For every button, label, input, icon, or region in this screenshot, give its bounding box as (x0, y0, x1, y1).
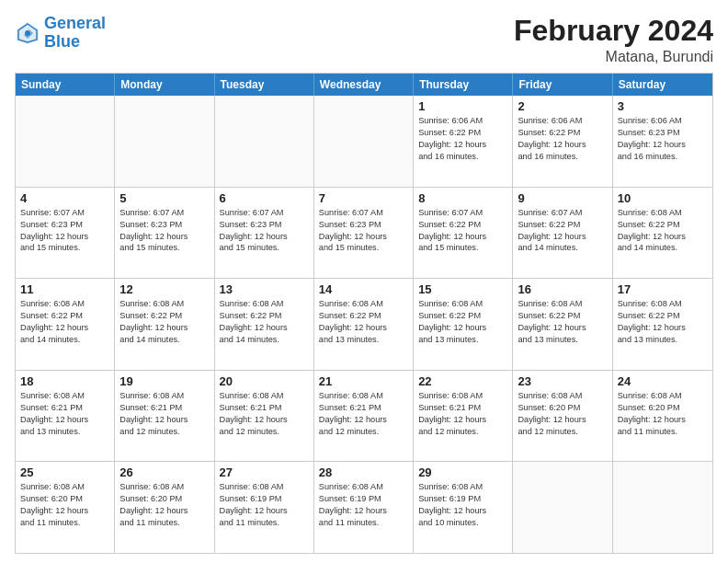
day-info: Sunrise: 6:08 AMSunset: 6:19 PMDaylight:… (418, 481, 507, 529)
day-cell-empty-0-1 (115, 96, 214, 187)
week-row-1: 1Sunrise: 6:06 AMSunset: 6:22 PMDaylight… (16, 96, 712, 188)
main-title: February 2024 (514, 15, 713, 47)
header: General Blue February 2024 Matana, Burun… (15, 15, 713, 65)
day-cell-1: 1Sunrise: 6:06 AMSunset: 6:22 PMDaylight… (414, 96, 513, 187)
day-cell-14: 14Sunrise: 6:08 AMSunset: 6:22 PMDayligh… (314, 279, 414, 370)
day-info: Sunrise: 6:06 AMSunset: 6:22 PMDaylight:… (518, 115, 607, 163)
header-day-saturday: Saturday (613, 74, 712, 96)
day-cell-4: 4Sunrise: 6:07 AMSunset: 6:23 PMDaylight… (16, 188, 115, 279)
day-number: 6 (220, 191, 309, 205)
day-cell-2: 2Sunrise: 6:06 AMSunset: 6:22 PMDaylight… (513, 96, 612, 187)
day-cell-11: 11Sunrise: 6:08 AMSunset: 6:22 PMDayligh… (16, 279, 115, 370)
day-cell-empty-0-0 (16, 96, 115, 187)
day-info: Sunrise: 6:08 AMSunset: 6:22 PMDaylight:… (319, 298, 408, 346)
header-day-thursday: Thursday (414, 74, 513, 96)
day-cell-5: 5Sunrise: 6:07 AMSunset: 6:23 PMDaylight… (115, 188, 214, 279)
day-number: 19 (119, 374, 209, 388)
day-info: Sunrise: 6:07 AMSunset: 6:22 PMDaylight:… (518, 207, 607, 255)
calendar-header: SundayMondayTuesdayWednesdayThursdayFrid… (16, 74, 712, 96)
day-cell-empty-0-3 (314, 96, 414, 187)
day-cell-22: 22Sunrise: 6:08 AMSunset: 6:21 PMDayligh… (414, 371, 513, 462)
day-number: 8 (418, 191, 507, 205)
day-cell-empty-0-2 (215, 96, 314, 187)
day-number: 1 (418, 99, 507, 113)
logo-icon (15, 20, 40, 46)
day-number: 5 (119, 191, 209, 205)
day-info: Sunrise: 6:06 AMSunset: 6:22 PMDaylight:… (418, 115, 507, 163)
day-number: 16 (518, 282, 607, 296)
day-info: Sunrise: 6:08 AMSunset: 6:22 PMDaylight:… (418, 298, 507, 346)
calendar: SundayMondayTuesdayWednesdayThursdayFrid… (15, 73, 713, 554)
logo-text: General Blue (44, 15, 106, 52)
day-cell-15: 15Sunrise: 6:08 AMSunset: 6:22 PMDayligh… (414, 279, 513, 370)
day-info: Sunrise: 6:08 AMSunset: 6:22 PMDaylight:… (119, 298, 209, 346)
subtitle: Matana, Burundi (514, 49, 713, 65)
day-number: 10 (618, 191, 708, 205)
day-cell-6: 6Sunrise: 6:07 AMSunset: 6:23 PMDaylight… (215, 188, 314, 279)
day-cell-20: 20Sunrise: 6:08 AMSunset: 6:21 PMDayligh… (215, 371, 314, 462)
logo: General Blue (15, 15, 106, 52)
day-info: Sunrise: 6:08 AMSunset: 6:22 PMDaylight:… (618, 298, 708, 346)
day-info: Sunrise: 6:08 AMSunset: 6:21 PMDaylight:… (119, 390, 209, 438)
day-info: Sunrise: 6:08 AMSunset: 6:20 PMDaylight:… (119, 481, 209, 529)
header-day-wednesday: Wednesday (314, 74, 414, 96)
day-number: 23 (518, 374, 607, 388)
day-info: Sunrise: 6:08 AMSunset: 6:20 PMDaylight:… (518, 390, 607, 438)
page: General Blue February 2024 Matana, Burun… (0, 0, 728, 563)
day-cell-9: 9Sunrise: 6:07 AMSunset: 6:22 PMDaylight… (513, 188, 612, 279)
logo-line1: General (44, 14, 106, 32)
day-info: Sunrise: 6:08 AMSunset: 6:22 PMDaylight:… (618, 207, 708, 255)
day-number: 24 (618, 374, 708, 388)
day-cell-12: 12Sunrise: 6:08 AMSunset: 6:22 PMDayligh… (115, 279, 214, 370)
day-cell-13: 13Sunrise: 6:08 AMSunset: 6:22 PMDayligh… (215, 279, 314, 370)
day-info: Sunrise: 6:06 AMSunset: 6:23 PMDaylight:… (618, 115, 708, 163)
title-block: February 2024 Matana, Burundi (514, 15, 713, 65)
day-cell-16: 16Sunrise: 6:08 AMSunset: 6:22 PMDayligh… (513, 279, 612, 370)
day-cell-empty-4-6 (613, 462, 712, 553)
day-number: 29 (418, 465, 507, 479)
day-number: 21 (319, 374, 408, 388)
day-info: Sunrise: 6:07 AMSunset: 6:22 PMDaylight:… (418, 207, 507, 255)
day-info: Sunrise: 6:07 AMSunset: 6:23 PMDaylight:… (119, 207, 209, 255)
week-row-2: 4Sunrise: 6:07 AMSunset: 6:23 PMDaylight… (16, 188, 712, 280)
day-info: Sunrise: 6:08 AMSunset: 6:22 PMDaylight:… (220, 298, 309, 346)
day-number: 12 (119, 282, 209, 296)
day-info: Sunrise: 6:07 AMSunset: 6:23 PMDaylight:… (220, 207, 309, 255)
day-number: 3 (618, 99, 708, 113)
week-row-3: 11Sunrise: 6:08 AMSunset: 6:22 PMDayligh… (16, 279, 712, 371)
day-info: Sunrise: 6:08 AMSunset: 6:22 PMDaylight:… (20, 298, 109, 346)
day-number: 14 (319, 282, 408, 296)
header-day-sunday: Sunday (16, 74, 115, 96)
day-number: 11 (20, 282, 109, 296)
day-info: Sunrise: 6:08 AMSunset: 6:20 PMDaylight:… (20, 481, 109, 529)
day-number: 27 (220, 465, 309, 479)
day-number: 28 (319, 465, 408, 479)
day-number: 26 (119, 465, 209, 479)
day-cell-23: 23Sunrise: 6:08 AMSunset: 6:20 PMDayligh… (513, 371, 612, 462)
day-cell-26: 26Sunrise: 6:08 AMSunset: 6:20 PMDayligh… (115, 462, 214, 553)
day-cell-18: 18Sunrise: 6:08 AMSunset: 6:21 PMDayligh… (16, 371, 115, 462)
day-info: Sunrise: 6:08 AMSunset: 6:22 PMDaylight:… (518, 298, 607, 346)
day-cell-28: 28Sunrise: 6:08 AMSunset: 6:19 PMDayligh… (314, 462, 414, 553)
day-info: Sunrise: 6:07 AMSunset: 6:23 PMDaylight:… (319, 207, 408, 255)
day-cell-29: 29Sunrise: 6:08 AMSunset: 6:19 PMDayligh… (414, 462, 513, 553)
day-cell-7: 7Sunrise: 6:07 AMSunset: 6:23 PMDaylight… (314, 188, 414, 279)
day-cell-empty-4-5 (513, 462, 612, 553)
day-number: 13 (220, 282, 309, 296)
day-cell-10: 10Sunrise: 6:08 AMSunset: 6:22 PMDayligh… (613, 188, 712, 279)
day-info: Sunrise: 6:07 AMSunset: 6:23 PMDaylight:… (20, 207, 109, 255)
header-day-tuesday: Tuesday (215, 74, 314, 96)
week-row-4: 18Sunrise: 6:08 AMSunset: 6:21 PMDayligh… (16, 371, 712, 463)
week-row-5: 25Sunrise: 6:08 AMSunset: 6:20 PMDayligh… (16, 462, 712, 553)
day-info: Sunrise: 6:08 AMSunset: 6:21 PMDaylight:… (220, 390, 309, 438)
day-info: Sunrise: 6:08 AMSunset: 6:19 PMDaylight:… (220, 481, 309, 529)
day-cell-3: 3Sunrise: 6:06 AMSunset: 6:23 PMDaylight… (613, 96, 712, 187)
day-number: 4 (20, 191, 109, 205)
day-cell-25: 25Sunrise: 6:08 AMSunset: 6:20 PMDayligh… (16, 462, 115, 553)
header-day-monday: Monday (115, 74, 214, 96)
day-cell-21: 21Sunrise: 6:08 AMSunset: 6:21 PMDayligh… (314, 371, 414, 462)
day-info: Sunrise: 6:08 AMSunset: 6:20 PMDaylight:… (618, 390, 708, 438)
day-number: 9 (518, 191, 607, 205)
day-number: 22 (418, 374, 507, 388)
day-number: 15 (418, 282, 507, 296)
